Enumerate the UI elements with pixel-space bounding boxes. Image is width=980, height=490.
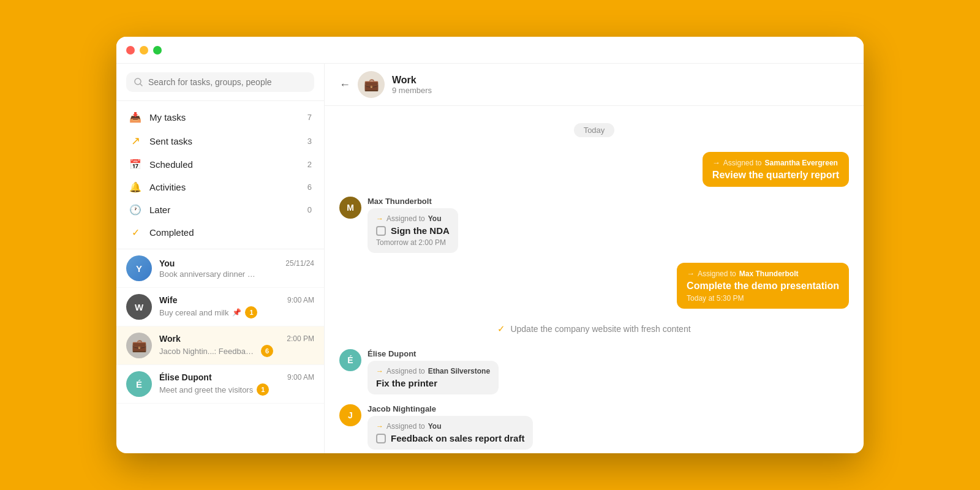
avatar-max: M xyxy=(339,197,361,219)
msg-content-elise: Élise Dupont → Assigned to Ethan Silvers… xyxy=(368,349,499,394)
nav-label-sent-tasks: Sent tasks xyxy=(149,136,300,146)
contact-item-you[interactable]: Y You 25/11/24 Book anniversary dinner r… xyxy=(116,249,324,288)
contact-time-elise: 9:00 AM xyxy=(287,373,314,382)
contact-time-wife: 9:00 AM xyxy=(287,296,314,304)
contact-time-you: 25/11/24 xyxy=(285,259,314,268)
contact-item-wife[interactable]: W Wife 9:00 AM Buy cereal and milk 📌 1 xyxy=(116,288,324,326)
unread-badge-wife: 1 xyxy=(245,306,257,318)
task-title-feedback: Feedback on sales report draft xyxy=(391,433,524,443)
svg-line-1 xyxy=(140,84,142,86)
msg-outgoing-demo: → Assigned to Max Thunderbolt Complete t… xyxy=(339,263,849,309)
contact-name-elise: Élise Dupont xyxy=(159,372,212,382)
msg-group-elise: É Élise Dupont → Assigned to Ethan Silve… xyxy=(339,349,849,394)
assigned-label-demo: Assigned to xyxy=(698,270,736,278)
assigned-to-demo: Max Thunderbolt xyxy=(739,270,799,278)
nav-badge-later: 0 xyxy=(307,205,312,214)
contact-preview-work: Jacob Nightin...: Feedback on s... xyxy=(159,347,257,356)
task-time-demo: Today at 5:30 PM xyxy=(687,294,839,303)
task-checkbox-nda[interactable] xyxy=(376,226,386,236)
pin-icon: 📌 xyxy=(232,308,241,317)
task-title-review: Review the quarterly report xyxy=(712,170,839,181)
contact-item-elise[interactable]: É Élise Dupont 9:00 AM Meet and greet th… xyxy=(116,365,324,404)
unread-badge-work: 6 xyxy=(261,345,273,357)
back-button[interactable]: ← xyxy=(339,79,350,90)
contact-info-you: You 25/11/24 Book anniversary dinner res… xyxy=(159,258,314,279)
group-info: Work 9 members xyxy=(392,75,432,95)
avatar-elise: É xyxy=(126,371,152,397)
task-title-nda: Sign the NDA xyxy=(391,225,450,236)
group-avatar: 💼 xyxy=(358,71,385,98)
nav-badge-my-tasks: 7 xyxy=(307,113,312,122)
minimize-button[interactable] xyxy=(140,46,148,55)
completed-check-icon: ✓ xyxy=(497,323,505,334)
nav-item-my-tasks[interactable]: 📥 My tasks 7 xyxy=(116,106,324,129)
avatar-jacob: J xyxy=(339,404,361,426)
search-input-wrap[interactable] xyxy=(126,72,314,92)
assign-arrow-icon-printer: → xyxy=(376,367,383,375)
contact-info-elise: Élise Dupont 9:00 AM Meet and greet the … xyxy=(159,372,314,396)
search-icon xyxy=(134,77,143,87)
chat-header: ← 💼 Work 9 members xyxy=(325,64,864,106)
nav-label-later: Later xyxy=(149,205,300,215)
search-input[interactable] xyxy=(148,77,307,87)
task-title-demo: Complete the demo presentation xyxy=(687,281,839,292)
sender-name-elise: Élise Dupont xyxy=(368,349,499,358)
msg-bubble-feedback: → Assigned to You Feedback on sales repo… xyxy=(368,416,533,450)
nav-item-activities[interactable]: 🔔 Activities 6 xyxy=(116,176,324,198)
msg-assigned-line-printer: → Assigned to Ethan Silverstone xyxy=(376,367,490,375)
msg-outgoing-1: → Assigned to Samantha Evergreen Review … xyxy=(339,152,849,187)
assign-arrow-icon-nda: → xyxy=(376,214,383,223)
assigned-to-feedback: You xyxy=(428,422,442,431)
sender-name-max: Max Thunderbolt xyxy=(368,197,458,206)
nav-item-sent-tasks[interactable]: ↗ Sent tasks 3 xyxy=(116,129,324,153)
msg-group-max: M Max Thunderbolt → Assigned to You Si xyxy=(339,197,849,253)
contact-info-wife: Wife 9:00 AM Buy cereal and milk 📌 1 xyxy=(159,295,314,318)
msg-bubble-demo: → Assigned to Max Thunderbolt Complete t… xyxy=(677,263,849,309)
contact-item-work[interactable]: 💼 Work 2:00 PM Jacob Nightin...: Feedbac… xyxy=(116,326,324,365)
msg-bubble-nda: → Assigned to You Sign the NDA Tomorrow … xyxy=(368,208,458,253)
traffic-lights xyxy=(126,46,162,55)
task-row-feedback: Feedback on sales report draft xyxy=(376,433,524,443)
contact-name-you: You xyxy=(159,258,175,268)
task-time-nda: Tomorrow at 2:00 PM xyxy=(376,238,450,247)
assigned-label-nda: Assigned to xyxy=(386,214,425,223)
msg-bubble-printer: → Assigned to Ethan Silverstone Fix the … xyxy=(368,361,499,394)
msg-group-jacob: J Jacob Nightingale → Assigned to You xyxy=(339,404,849,450)
main-content: ← 💼 Work 9 members Today → xyxy=(325,64,864,453)
assigned-label-review: Assigned to xyxy=(723,159,762,167)
nav-item-scheduled[interactable]: 📅 Scheduled 2 xyxy=(116,153,324,176)
fullscreen-button[interactable] xyxy=(153,46,162,55)
nav-item-completed[interactable]: ✓ Completed xyxy=(116,221,324,244)
assign-arrow-icon-feedback: → xyxy=(376,422,383,431)
assigned-to-printer: Ethan Silverstone xyxy=(428,367,490,375)
date-separator: Today xyxy=(339,123,849,137)
titlebar xyxy=(116,37,864,64)
close-button[interactable] xyxy=(126,46,135,55)
chat-messages: Today → Assigned to Samantha Evergreen R… xyxy=(325,106,864,453)
contact-preview-wife: Buy cereal and milk xyxy=(159,308,228,317)
inbox-icon: 📥 xyxy=(129,111,142,123)
contact-preview-elise: Meet and greet the visitors xyxy=(159,385,253,394)
msg-bubble-review-report: → Assigned to Samantha Evergreen Review … xyxy=(703,152,849,187)
nav-badge-activities: 6 xyxy=(307,183,312,192)
assign-arrow-icon: → xyxy=(712,158,720,167)
calendar-icon: 📅 xyxy=(129,159,142,170)
check-icon: ✓ xyxy=(129,227,142,238)
assign-arrow-icon-demo: → xyxy=(687,269,695,278)
task-checkbox-feedback[interactable] xyxy=(376,434,386,443)
group-name: Work xyxy=(392,75,432,86)
contact-name-wife: Wife xyxy=(159,295,177,305)
task-row-printer: Fix the printer xyxy=(376,378,490,388)
nav-label-activities: Activities xyxy=(149,182,300,192)
avatar-elise-msg: É xyxy=(339,349,361,371)
contact-name-work: Work xyxy=(159,334,181,344)
nav-badge-scheduled: 2 xyxy=(307,160,312,169)
msg-content-max: Max Thunderbolt → Assigned to You Sign t… xyxy=(368,197,458,253)
contact-info-work: Work 2:00 PM Jacob Nightin...: Feedback … xyxy=(159,334,314,357)
msg-assigned-line-demo: → Assigned to Max Thunderbolt xyxy=(687,269,839,278)
avatar-wife: W xyxy=(126,294,152,320)
msg-completed-website: ✓ Update the company website with fresh … xyxy=(339,318,849,339)
nav-item-later[interactable]: 🕐 Later 0 xyxy=(116,198,324,221)
assigned-to-nda: You xyxy=(428,214,442,223)
arrow-up-right-icon: ↗ xyxy=(129,134,142,148)
